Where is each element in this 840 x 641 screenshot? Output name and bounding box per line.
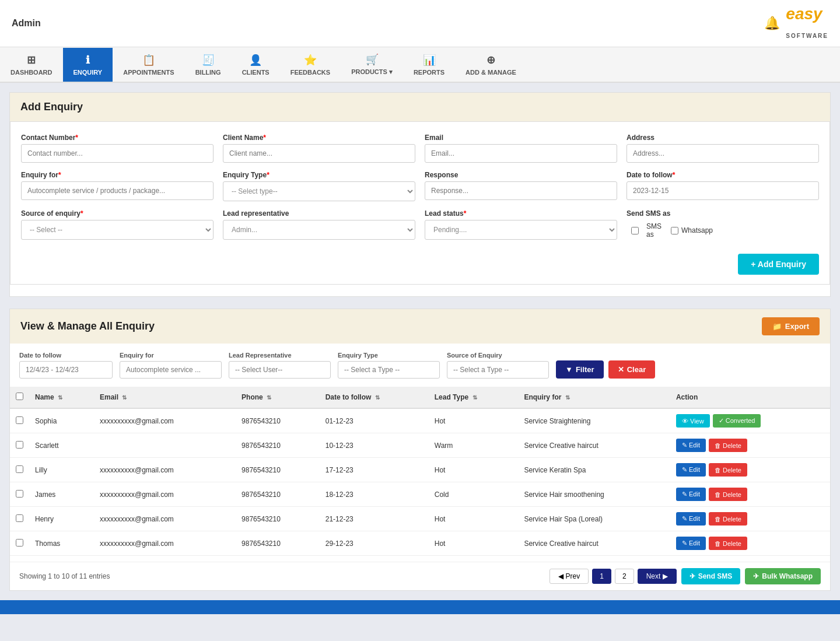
client-name-input[interactable]: [223, 144, 415, 163]
cell-date-3: 18-12-23: [320, 482, 429, 507]
source-filter-label: Source of Enquiry: [447, 352, 549, 359]
nav-reports[interactable]: 📊 REPORTS: [403, 48, 455, 82]
send-sms-group: Send SMS as SMS as Whatsapp: [626, 209, 819, 240]
row-checkbox-3[interactable]: [16, 490, 23, 498]
email-input[interactable]: [425, 144, 617, 163]
col-phone: Phone ⇅: [236, 387, 320, 408]
whatsapp-checkbox[interactable]: [671, 227, 678, 234]
edit-button-4[interactable]: ✎ Edit: [676, 512, 706, 526]
nav-products-label: PRODUCTS ▾: [351, 68, 393, 76]
prev-button[interactable]: ◀ Prev: [550, 569, 589, 584]
source-filter-group: Source of Enquiry: [447, 352, 549, 379]
export-label: Export: [785, 322, 809, 331]
col-action: Action: [670, 387, 830, 408]
cell-enquiry-for-5: Service Creative haircut: [518, 531, 670, 556]
cell-action-5: ✎ Edit 🗑 Delete: [670, 531, 830, 556]
cell-phone-3: 9876543210: [236, 482, 320, 507]
contact-number-label: Contact Number*: [21, 134, 214, 142]
view-manage-wrapper: View & Manage All Enquiry 📁 Export Date …: [9, 309, 831, 591]
enq-for-filter-group: Enquiry for: [120, 352, 222, 379]
date-follow-label: Date to follow*: [626, 171, 819, 179]
cell-email-4: xxxxxxxxxx@gmail.com: [94, 507, 236, 531]
address-input[interactable]: [626, 144, 819, 163]
form-row-1: Contact Number* Client Name* Email Addre…: [21, 134, 819, 163]
date-filter-input[interactable]: [19, 361, 113, 379]
pagination-controls: ◀ Prev 1 2 Next ▶: [550, 569, 676, 584]
enq-type-filter-input[interactable]: [338, 361, 440, 379]
cell-date-4: 21-12-23: [320, 507, 429, 531]
nav-billing[interactable]: 🧾 BILLING: [185, 48, 232, 82]
cell-lead-type-1: Warm: [429, 433, 519, 458]
nav-dashboard[interactable]: ⊞ DASHBOARD: [0, 48, 63, 82]
date-filter-label: Date to follow: [19, 352, 113, 359]
edit-button-1[interactable]: ✎ Edit: [676, 439, 706, 452]
cell-date-2: 17-12-23: [320, 458, 429, 482]
date-follow-group: Date to follow*: [626, 171, 819, 201]
filter-button[interactable]: ▼ Filter: [556, 360, 604, 379]
contact-number-input[interactable]: [21, 144, 214, 163]
delete-button-3[interactable]: 🗑 Delete: [709, 488, 747, 501]
table-row: Thomas xxxxxxxxxx@gmail.com 9876543210 2…: [10, 531, 830, 556]
cell-name-5: Thomas: [29, 531, 94, 556]
enquiry-table: Name ⇅ Email ⇅ Phone ⇅ Date to follow ⇅ …: [10, 387, 830, 556]
logo-text: easy SOFTWARE: [786, 5, 828, 42]
delete-button-5[interactable]: 🗑 Delete: [709, 537, 747, 550]
lead-status-select[interactable]: Pending....: [425, 220, 617, 240]
lead-rep-select[interactable]: Admin...: [223, 220, 415, 240]
cell-email-3: xxxxxxxxxx@gmail.com: [94, 482, 236, 507]
bulk-whatsapp-label: Bulk Whatsapp: [762, 572, 813, 580]
delete-button-2[interactable]: 🗑 Delete: [709, 463, 747, 477]
nav-feedbacks[interactable]: ⭐ FEEDBACKS: [280, 48, 341, 82]
edit-button-3[interactable]: ✎ Edit: [676, 488, 706, 501]
showing-text: Showing 1 to 10 of 11 entries: [19, 572, 110, 580]
cell-lead-type-3: Cold: [429, 482, 519, 507]
sms-checkbox-row: SMS as Whatsapp: [626, 222, 819, 239]
nav-enquiry[interactable]: ℹ ENQUIRY: [63, 48, 113, 82]
nav-add-manage[interactable]: ⊕ ADD & MANAGE: [455, 48, 527, 82]
table-row: Sophia xxxxxxxxxx@gmail.com 9876543210 0…: [10, 408, 830, 433]
enq-for-filter-input[interactable]: [120, 361, 222, 379]
add-enquiry-button[interactable]: + Add Enquiry: [738, 254, 819, 275]
send-sms-button[interactable]: ✈ Send SMS: [681, 568, 741, 584]
edit-button-2[interactable]: ✎ Edit: [676, 463, 706, 477]
page-1-button[interactable]: 1: [592, 569, 611, 584]
response-input[interactable]: [425, 181, 617, 200]
lead-rep-filter-label: Lead Representative: [229, 352, 331, 359]
lead-rep-filter-input[interactable]: [229, 361, 331, 379]
view-button-0[interactable]: 👁 View: [676, 414, 710, 428]
bulk-whatsapp-button[interactable]: ✈ Bulk Whatsapp: [745, 568, 821, 584]
row-checkbox-1[interactable]: [16, 441, 23, 449]
enq-type-filter-group: Enquiry Type: [338, 352, 440, 379]
reports-icon: 📊: [423, 54, 436, 66]
delete-button-1[interactable]: 🗑 Delete: [709, 439, 747, 452]
enquiry-for-input[interactable]: [21, 181, 214, 200]
date-follow-input[interactable]: [626, 181, 819, 200]
clear-button[interactable]: ✕ Clear: [608, 360, 656, 379]
row-checkbox-2[interactable]: [16, 465, 23, 473]
col-email: Email ⇅: [94, 387, 236, 408]
page-2-button[interactable]: 2: [615, 569, 634, 584]
export-button[interactable]: 📁 Export: [762, 317, 820, 335]
row-checkbox-5[interactable]: [16, 539, 23, 547]
lead-rep-filter-group: Lead Representative: [229, 352, 331, 379]
top-header: Admin 🔔 easy SOFTWARE: [0, 0, 840, 47]
enquiry-type-select[interactable]: -- Select type--: [223, 181, 415, 201]
bell-icon[interactable]: 🔔: [764, 16, 780, 31]
nav-products[interactable]: 🛒 PRODUCTS ▾: [341, 47, 403, 82]
next-button[interactable]: Next ▶: [638, 569, 677, 584]
sms-as-checkbox[interactable]: [626, 227, 643, 234]
delete-button-4[interactable]: 🗑 Delete: [709, 512, 747, 526]
row-checkbox-4[interactable]: [16, 514, 23, 522]
nav-clients[interactable]: 👤 CLIENTS: [232, 48, 280, 82]
select-all-checkbox[interactable]: [16, 393, 23, 400]
source-filter-input[interactable]: [447, 361, 549, 379]
converted-button-0[interactable]: ✓ Converted: [713, 414, 761, 428]
response-group: Response: [425, 171, 617, 201]
cell-date-1: 10-12-23: [320, 433, 429, 458]
nav-appointments[interactable]: 📋 APPOINTMENTS: [113, 48, 184, 82]
row-checkbox-0[interactable]: [16, 416, 23, 424]
enquiry-for-group: Enquiry for*: [21, 171, 214, 201]
products-icon: 🛒: [366, 53, 379, 66]
edit-button-5[interactable]: ✎ Edit: [676, 537, 706, 550]
source-enquiry-select[interactable]: -- Select --: [21, 220, 214, 240]
